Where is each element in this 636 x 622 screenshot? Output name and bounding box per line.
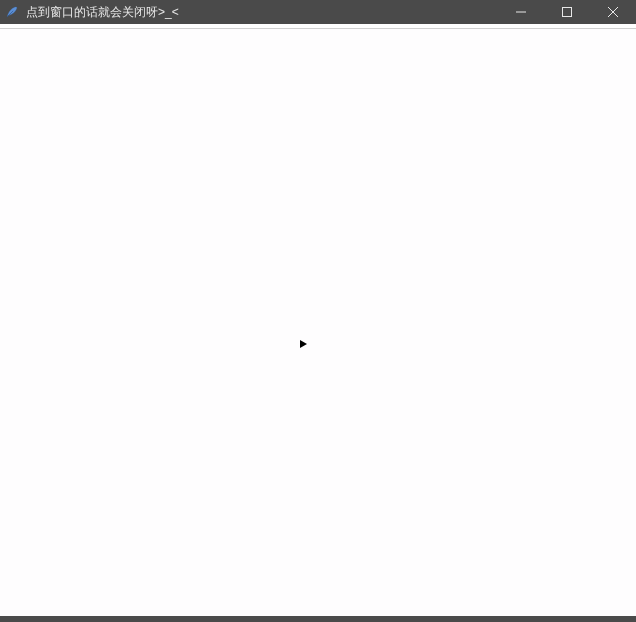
maximize-button[interactable]	[544, 0, 590, 24]
svg-rect-1	[563, 8, 572, 17]
feather-icon	[4, 4, 20, 20]
close-icon	[608, 7, 618, 17]
window-title: 点到窗口的话就会关闭呀>_<	[26, 4, 179, 21]
maximize-icon	[562, 7, 572, 17]
window-bottom-border	[0, 616, 636, 622]
canvas-area[interactable]	[0, 29, 636, 622]
window-controls	[498, 0, 636, 24]
minimize-button[interactable]	[498, 0, 544, 24]
close-button[interactable]	[590, 0, 636, 24]
titlebar[interactable]: 点到窗口的话就会关闭呀>_<	[0, 0, 636, 24]
minimize-icon	[516, 7, 526, 17]
turtle-cursor	[300, 340, 307, 348]
